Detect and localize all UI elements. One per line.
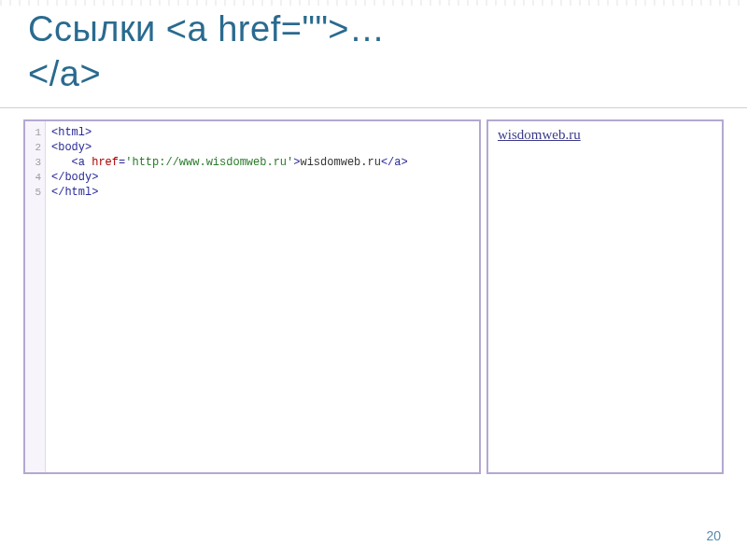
code-token: <html> — [51, 126, 92, 139]
line-number: 4 — [25, 170, 45, 185]
page-number: 20 — [706, 528, 721, 543]
code-token: 'http://www.wisdomweb.ru' — [125, 156, 293, 169]
line-number: 5 — [25, 185, 45, 200]
preview-link[interactable]: wisdomweb.ru — [498, 127, 581, 142]
line-number: 2 — [25, 140, 45, 155]
code-token: href — [92, 156, 119, 169]
code-token: </body> — [51, 171, 98, 184]
preview-panel: wisdomweb.ru — [486, 119, 724, 474]
slide-title: Ссылки <a href="">… </a> — [28, 7, 719, 96]
line-number: 1 — [25, 125, 45, 140]
code-token: </a> — [381, 156, 408, 169]
code-indent — [51, 156, 72, 169]
code-body: <html> <body> <a href='http://www.wisdom… — [46, 121, 479, 472]
code-token: wisdomweb.ru — [300, 156, 380, 169]
panels: 1 2 3 4 5 <html> <body> <a href='http://… — [23, 119, 724, 474]
title-line-1: Ссылки <a href="">… — [28, 9, 386, 49]
slide: Ссылки <a href="">… </a> 1 2 3 4 5 <html… — [0, 0, 747, 560]
title-line-2: </a> — [28, 54, 101, 93]
line-number: 3 — [25, 155, 45, 170]
code-token: <a — [72, 156, 92, 169]
content-area: 1 2 3 4 5 <html> <body> <a href='http://… — [0, 108, 747, 474]
code-token: </html> — [51, 186, 98, 199]
code-panel: 1 2 3 4 5 <html> <body> <a href='http://… — [23, 119, 481, 474]
code-token: <body> — [51, 141, 92, 154]
decorative-top — [0, 0, 747, 6]
line-number-gutter: 1 2 3 4 5 — [25, 121, 46, 472]
title-bar: Ссылки <a href="">… </a> — [0, 0, 747, 108]
